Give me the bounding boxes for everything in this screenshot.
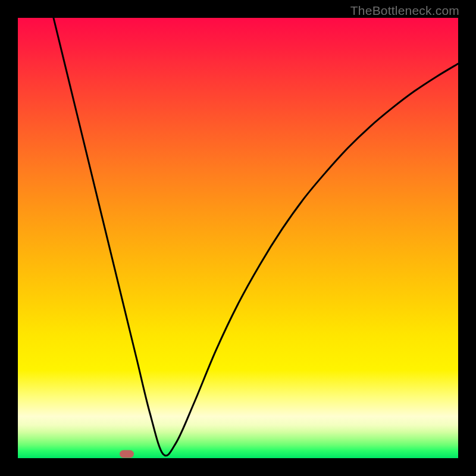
chart-frame: TheBottleneck.com (0, 0, 476, 476)
bottleneck-curve (18, 18, 458, 458)
plot-area (18, 18, 458, 458)
watermark-label: TheBottleneck.com (350, 4, 459, 18)
optimal-point-marker (120, 450, 134, 458)
